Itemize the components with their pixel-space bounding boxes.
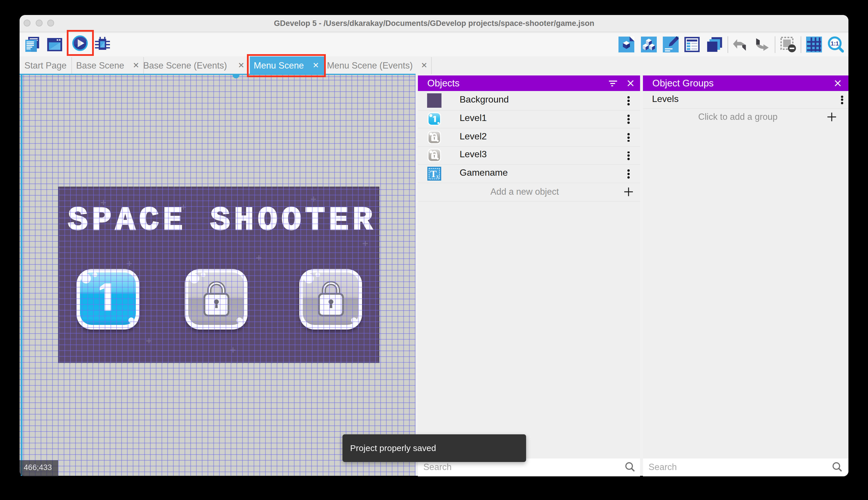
- svg-text:1:1: 1:1: [831, 41, 838, 47]
- svg-text:T: T: [430, 169, 436, 179]
- svg-text:x: x: [436, 173, 438, 179]
